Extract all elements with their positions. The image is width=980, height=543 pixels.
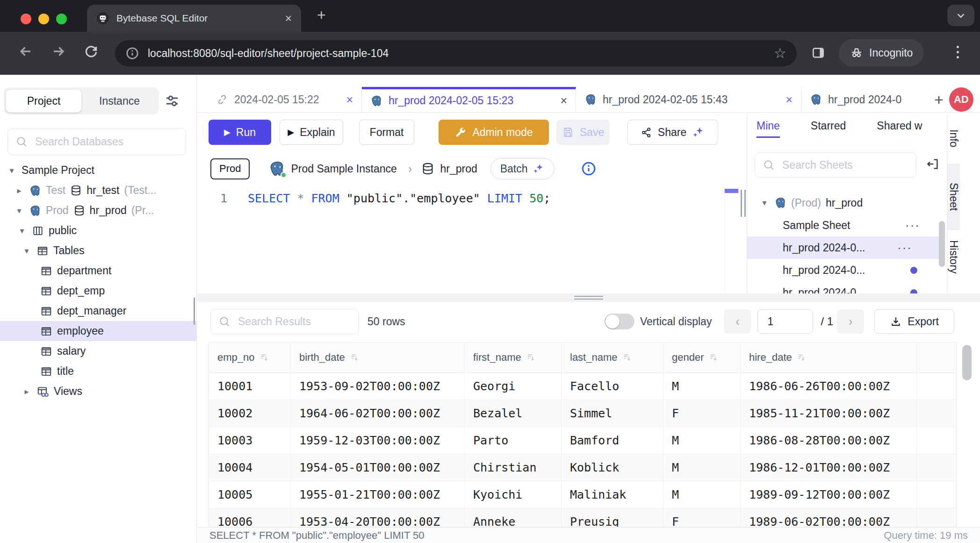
- sheet-search[interactable]: [755, 152, 916, 178]
- sheet-item-sample[interactable]: Sample Sheet ···: [747, 214, 947, 236]
- connection-info-icon[interactable]: [581, 161, 597, 177]
- tree-node-schema-public[interactable]: ▾ public: [0, 221, 197, 241]
- side-tab-sheet[interactable]: Sheet: [947, 164, 960, 230]
- run-button[interactable]: ▶ Run: [209, 120, 271, 145]
- forward-button[interactable]: [50, 43, 66, 59]
- editor-minimap[interactable]: [724, 186, 738, 292]
- sheet-tab-4[interactable]: hr_prod 2024-0: [801, 87, 927, 112]
- cell[interactable]: M: [663, 481, 741, 508]
- tree-node-views-group[interactable]: ▸ Views: [0, 381, 197, 401]
- window-zoom-button[interactable]: [56, 14, 67, 24]
- tree-node-table-salary[interactable]: salary: [0, 341, 197, 361]
- close-icon[interactable]: ×: [560, 94, 567, 107]
- cell[interactable]: Simmel: [562, 400, 663, 427]
- cell[interactable]: 1959-12-03T00:00:00Z: [291, 427, 465, 454]
- side-tab-history[interactable]: History: [947, 230, 960, 284]
- column-header-gender[interactable]: gender: [663, 343, 741, 373]
- tab-mine[interactable]: Mine: [757, 120, 780, 138]
- column-header-first-name[interactable]: first_name: [465, 343, 562, 373]
- cell[interactable]: 1953-04-20T00:00:00Z: [291, 508, 465, 527]
- results-search[interactable]: [210, 309, 359, 334]
- column-header-last-name[interactable]: last_name: [562, 343, 663, 373]
- sheet-item-selected[interactable]: hr_prod 2024-0... ···: [747, 236, 939, 259]
- explain-button[interactable]: ▶ Explain: [280, 120, 343, 145]
- cell[interactable]: F: [663, 508, 741, 527]
- bookmark-star-icon[interactable]: ☆: [774, 46, 786, 60]
- cell[interactable]: 1986-06-26T00:00:00Z: [741, 373, 917, 400]
- sort-icon[interactable]: [259, 352, 270, 363]
- site-info-icon[interactable]: [125, 46, 139, 60]
- sort-icon[interactable]: [622, 352, 633, 363]
- sheet-item-menu-icon[interactable]: ···: [905, 218, 920, 233]
- sheet-group-hr-prod[interactable]: ▾ (Prod) hr_prod: [747, 192, 947, 214]
- sql-code-line[interactable]: SELECT * FROM "public"."employee" LIMIT …: [248, 192, 550, 205]
- batch-button[interactable]: Batch: [490, 158, 555, 179]
- results-scrollbar[interactable]: [962, 345, 972, 380]
- cell[interactable]: 1964-06-02T00:00:00Z: [291, 400, 465, 427]
- prev-page-button[interactable]: ‹: [724, 309, 751, 334]
- sheet-list-scrollbar[interactable]: [939, 221, 945, 267]
- window-minimize-button[interactable]: [38, 14, 49, 24]
- sort-icon[interactable]: [797, 352, 807, 363]
- cell[interactable]: 10001: [209, 373, 291, 400]
- panel-split-handle[interactable]: [197, 293, 980, 302]
- cell[interactable]: Maliniak: [562, 481, 663, 508]
- cell[interactable]: 10004: [209, 454, 291, 481]
- database-search[interactable]: [7, 128, 186, 155]
- sheet-tab-2-active[interactable]: hr_prod 2024-02-05 15:23 ×: [362, 87, 576, 112]
- cell[interactable]: 1986-08-28T00:00:00Z: [741, 427, 917, 454]
- cell[interactable]: 1953-09-02T00:00:00Z: [291, 373, 465, 400]
- address-bar[interactable]: localhost:8080/sql-editor/sheet/project-…: [115, 40, 797, 66]
- cell[interactable]: 1985-11-21T00:00:00Z: [741, 400, 917, 427]
- sheet-tab-3[interactable]: hr_prod 2024-02-05 15:43 ×: [576, 87, 801, 112]
- column-header-emp-no[interactable]: emp_no: [209, 343, 291, 373]
- cell[interactable]: Koblick: [562, 454, 663, 481]
- caret-down-icon[interactable]: ▾: [17, 226, 27, 236]
- column-header-hire-date[interactable]: hire_date: [741, 343, 917, 373]
- tree-filter-button[interactable]: [164, 93, 180, 109]
- tree-node-table-employee[interactable]: employee: [0, 321, 197, 341]
- cell[interactable]: Kyoichi: [465, 481, 562, 508]
- side-tab-info[interactable]: Info: [947, 113, 960, 164]
- page-input[interactable]: [757, 309, 813, 334]
- instance-name[interactable]: Prod Sample Instance: [291, 163, 396, 175]
- cell[interactable]: 1989-09-12T00:00:00Z: [741, 481, 917, 508]
- cell[interactable]: Facello: [562, 373, 663, 400]
- window-close-button[interactable]: [21, 14, 31, 24]
- cell[interactable]: M: [663, 373, 741, 400]
- caret-right-icon[interactable]: ▸: [14, 186, 24, 196]
- database-search-input[interactable]: [34, 135, 178, 149]
- reload-button[interactable]: [83, 43, 99, 59]
- cell[interactable]: 1986-12-01T00:00:00Z: [741, 454, 917, 481]
- sheet-item-unsaved-2[interactable]: hr_prod 2024-0: [747, 281, 947, 293]
- cell[interactable]: 1954-05-01T00:00:00Z: [291, 454, 465, 481]
- format-button[interactable]: Format: [359, 120, 414, 145]
- cell[interactable]: 10005: [209, 481, 291, 508]
- sort-icon[interactable]: [350, 352, 360, 363]
- next-page-button[interactable]: ›: [837, 309, 864, 334]
- tree-node-hr-prod[interactable]: ▾ Prod hr_prod (Pr...: [0, 200, 197, 221]
- tab-project[interactable]: Project: [6, 89, 82, 113]
- collapse-panel-icon[interactable]: [926, 157, 940, 171]
- avatar[interactable]: AD: [949, 87, 973, 112]
- cell[interactable]: Anneke: [465, 508, 562, 527]
- browser-tab-close-icon[interactable]: ×: [285, 13, 292, 24]
- cell[interactable]: 1955-01-21T00:00:00Z: [291, 481, 465, 508]
- tree-node-tables-group[interactable]: ▾ Tables: [0, 241, 197, 261]
- close-icon[interactable]: ×: [785, 93, 793, 107]
- caret-down-icon[interactable]: ▾: [14, 206, 24, 216]
- tree-node-table-dept-manager[interactable]: dept_manager: [0, 301, 197, 321]
- close-icon[interactable]: ×: [346, 93, 353, 107]
- cell[interactable]: F: [663, 400, 741, 427]
- url-text[interactable]: localhost:8080/sql-editor/sheet/project-…: [148, 47, 765, 60]
- export-button[interactable]: Export: [874, 309, 954, 334]
- cell[interactable]: 10006: [209, 508, 291, 527]
- sql-editor[interactable]: 1 SELECT * FROM "public"."employee" LIMI…: [197, 185, 747, 293]
- cell[interactable]: 1989-06-02T00:00:00Z: [741, 508, 917, 527]
- cell[interactable]: M: [663, 427, 741, 454]
- column-header-birth-date[interactable]: birth_date: [291, 343, 465, 373]
- tree-node-table-department[interactable]: department: [0, 261, 197, 281]
- sheet-search-input[interactable]: [781, 158, 908, 172]
- panel-resize-handle[interactable]: [741, 190, 746, 217]
- sheet-tab-1[interactable]: 2024-02-05 15:22 ×: [208, 87, 362, 112]
